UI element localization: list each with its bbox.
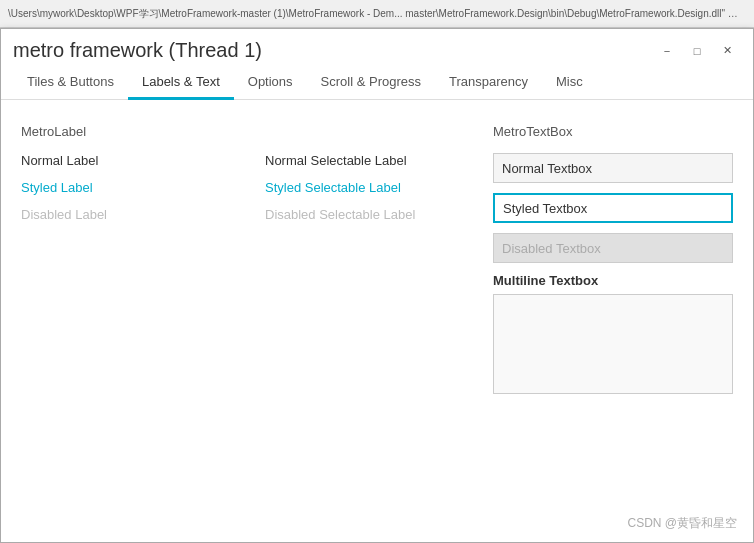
- main-content: MetroLabel Normal Label Normal Selectabl…: [1, 100, 753, 542]
- multiline-textbox[interactable]: [493, 294, 733, 394]
- close-button[interactable]: ✕: [713, 40, 741, 62]
- tab-transparency[interactable]: Transparency: [435, 68, 542, 100]
- tab-misc[interactable]: Misc: [542, 68, 597, 100]
- title-bar: metro framework (Thread 1) − □ ✕: [1, 29, 753, 68]
- disabled-label: Disabled Label: [21, 207, 249, 222]
- tab-scroll-progress[interactable]: Scroll & Progress: [307, 68, 435, 100]
- tab-options[interactable]: Options: [234, 68, 307, 100]
- disabled-textbox: [493, 233, 733, 263]
- multiline-textbox-label: Multiline Textbox: [493, 273, 733, 288]
- app-window: metro framework (Thread 1) − □ ✕ Tiles &…: [0, 28, 754, 543]
- window-title: metro framework (Thread 1): [13, 39, 262, 62]
- minimize-button[interactable]: −: [653, 40, 681, 62]
- tab-bar: Tiles & Buttons Labels & Text Options Sc…: [1, 68, 753, 100]
- multiline-textbox-container: Multiline Textbox: [493, 273, 733, 397]
- right-section: MetroTextBox Multiline Textbox: [493, 124, 733, 526]
- metrolabel-title: MetroLabel: [21, 124, 493, 139]
- styled-selectable-label[interactable]: Styled Selectable Label: [265, 180, 493, 195]
- normal-selectable-label[interactable]: Normal Selectable Label: [265, 153, 493, 168]
- browser-snippet: \Users\mywork\Desktop\WPF学习\MetroFramewo…: [8, 7, 746, 21]
- styled-label[interactable]: Styled Label: [21, 180, 249, 195]
- styled-textbox[interactable]: [493, 193, 733, 223]
- normal-textbox[interactable]: [493, 153, 733, 183]
- browser-top-bar: \Users\mywork\Desktop\WPF学习\MetroFramewo…: [0, 0, 754, 28]
- watermark: CSDN @黄昏和星空: [627, 515, 737, 532]
- left-section: MetroLabel Normal Label Normal Selectabl…: [21, 124, 493, 526]
- disabled-selectable-label: Disabled Selectable Label: [265, 207, 493, 222]
- tab-labels-text[interactable]: Labels & Text: [128, 68, 234, 100]
- label-grid: Normal Label Normal Selectable Label Sty…: [21, 153, 493, 222]
- maximize-button[interactable]: □: [683, 40, 711, 62]
- metrotextbox-title: MetroTextBox: [493, 124, 733, 139]
- window-controls: − □ ✕: [653, 40, 741, 62]
- tab-tiles-buttons[interactable]: Tiles & Buttons: [13, 68, 128, 100]
- normal-label: Normal Label: [21, 153, 249, 168]
